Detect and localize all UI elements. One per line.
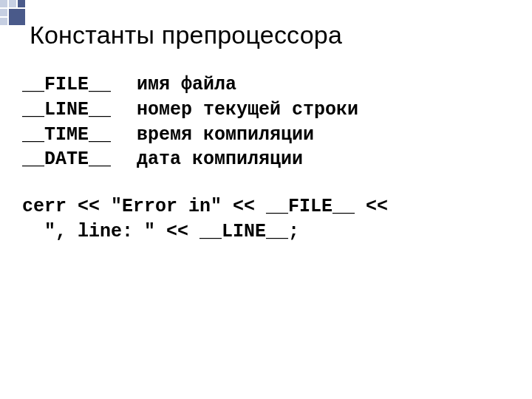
- slide-body: __FILE__ имя файла __LINE__ номер текуще…: [22, 72, 502, 245]
- code-line-1: cerr << "Error in" << __FILE__ <<: [22, 194, 502, 219]
- macro-row: __FILE__ имя файла: [22, 72, 502, 98]
- macro-row: __LINE__ номер текущей строки: [22, 98, 502, 123]
- slide: Константы препроцессора __FILE__ имя фай…: [0, 0, 532, 399]
- macro-desc: дата компиляции: [137, 147, 303, 172]
- macro-name: __FILE__: [22, 72, 137, 98]
- macro-row: __DATE__ дата компиляции: [22, 147, 502, 172]
- macro-name: __LINE__: [22, 98, 137, 123]
- macro-row: __TIME__ время компиляции: [22, 123, 502, 148]
- macro-desc: имя файла: [137, 72, 236, 98]
- macro-desc: номер текущей строки: [137, 98, 358, 123]
- macro-name: __DATE__: [22, 147, 137, 172]
- slide-title: Константы препроцессора: [30, 21, 342, 50]
- macro-desc: время компиляции: [137, 123, 314, 148]
- code-line-2: ", line: " << __LINE__;: [22, 219, 502, 245]
- macro-name: __TIME__: [22, 123, 137, 148]
